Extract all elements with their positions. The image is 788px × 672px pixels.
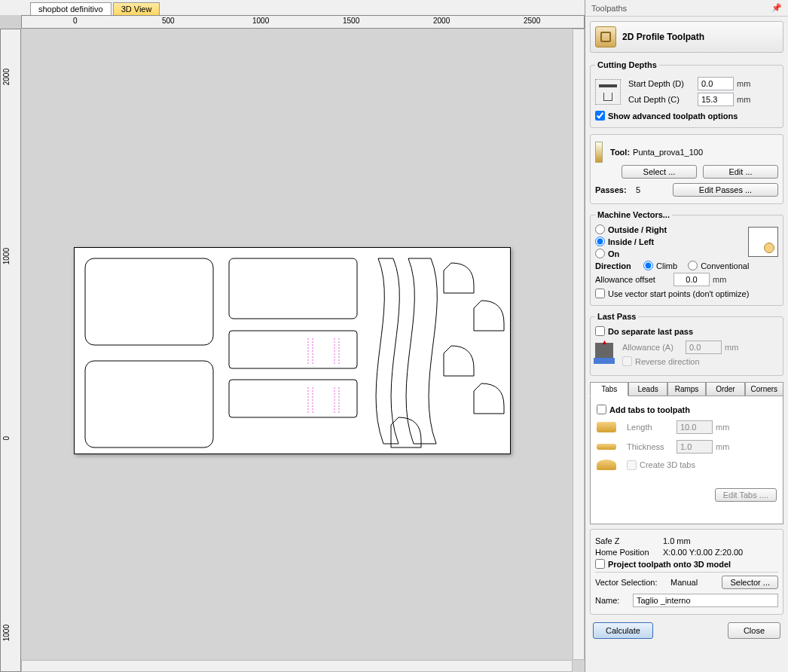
cutting-depths-section: Cutting Depths Start Depth (D) mm Cut De… [590, 60, 783, 128]
project-3d-checkbox[interactable] [595, 559, 605, 569]
svg-rect-0 [85, 258, 213, 345]
edit-tabs-button: Edit Tabs .... [715, 488, 777, 502]
last-pass-section: Last Pass Do separate last pass ▲ Allowa… [590, 312, 783, 376]
close-button[interactable]: Close [728, 622, 780, 639]
scrollbar-horizontal[interactable] [21, 660, 573, 672]
conventional-radio[interactable] [688, 261, 698, 270]
subtab-order[interactable]: Order [706, 382, 744, 396]
toolpath-name-input[interactable] [633, 594, 778, 607]
reverse-direction-label: Reverse direction [635, 357, 700, 366]
lp-allowance-unit: mm [725, 343, 738, 352]
design-viewport: shopbot definitivo 3D View 0 500 1000 15… [0, 0, 585, 672]
tab-length-input [677, 420, 713, 434]
ruler-tick-label: 1000 [252, 17, 269, 25]
tab-design[interactable]: shopbot definitivo [30, 2, 111, 15]
ruler-tick-label: 0 [2, 436, 11, 441]
vector-drawing [75, 248, 512, 455]
start-depth-label: Start Depth (D) [628, 79, 695, 88]
machine-vectors-title: Machine Vectors... [595, 210, 672, 219]
action-buttons: Calculate Close [585, 618, 788, 643]
calculate-button[interactable]: Calculate [593, 622, 653, 639]
cutting-depths-title: Cutting Depths [595, 60, 659, 69]
misc-section: Safe Z 1.0 mm Home Position X:0.00 Y:0.0… [590, 529, 783, 615]
last-pass-icon: ▲ [595, 343, 613, 364]
selector-button[interactable]: Selector ... [722, 576, 778, 589]
outside-radio[interactable] [595, 225, 605, 234]
subtab-tabs[interactable]: Tabs [590, 382, 628, 396]
tab-thickness-label: Thickness [627, 442, 673, 451]
ruler-tick-label: 0 [73, 17, 78, 25]
allowance-offset-input[interactable] [673, 273, 710, 286]
subtab-corners[interactable]: Corners [745, 382, 783, 396]
lp-allowance-input [686, 341, 722, 354]
canvas[interactable] [21, 29, 585, 672]
select-tool-button[interactable]: Select ... [622, 165, 697, 179]
climb-radio[interactable] [643, 261, 653, 270]
tab-thickness-unit: mm [716, 442, 729, 451]
safez-label: Safe Z [595, 536, 660, 545]
tool-section: Tool: Punta_prova1_100 Select ... Edit .… [590, 134, 783, 204]
tab-3d-icon [597, 460, 616, 470]
cut-depth-input[interactable] [698, 93, 734, 106]
svg-rect-2 [229, 258, 357, 319]
profile-toolpath-icon [595, 26, 616, 47]
svg-rect-3 [229, 331, 357, 368]
panel-header: Toolpaths [591, 4, 627, 13]
tool-name: Punta_prova1_100 [633, 148, 703, 157]
allowance-offset-unit: mm [713, 275, 726, 284]
edit-tool-button[interactable]: Edit ... [703, 165, 778, 179]
tab-3d-view[interactable]: 3D View [113, 2, 160, 15]
tab-thickness-icon [597, 444, 616, 450]
tab-length-unit: mm [716, 423, 729, 432]
project-3d-label: Project toolpath onto 3D model [608, 560, 731, 569]
ruler-tick-label: 1500 [343, 17, 359, 25]
subtab-body: Add tabs to toolpath Length mm Thickness… [590, 396, 783, 524]
conventional-label: Conventional [701, 261, 749, 270]
on-radio[interactable] [595, 249, 605, 258]
depth-icon [595, 79, 621, 105]
passes-label: Passes: [595, 185, 633, 194]
inside-radio[interactable] [595, 237, 605, 246]
add-tabs-label: Add tabs to toolpath [609, 405, 690, 414]
safez-value: 1.0 mm [663, 536, 691, 545]
vector-selection-value: Manual [670, 578, 698, 587]
toolpath-title: 2D Profile Toolpath [622, 32, 704, 42]
scrollbar-vertical[interactable] [573, 29, 585, 660]
edit-passes-button[interactable]: Edit Passes ... [673, 183, 778, 197]
toolpaths-panel: Toolpaths 📌 2D Profile Toolpath Cutting … [585, 0, 788, 672]
tab-thickness-input [677, 440, 713, 454]
show-advanced-checkbox[interactable] [595, 111, 605, 121]
allowance-offset-label: Allowance offset [595, 275, 670, 284]
cut-depth-label: Cut Depth (C) [628, 95, 695, 104]
create-3d-tabs-checkbox [627, 460, 637, 470]
last-pass-title: Last Pass [595, 312, 638, 321]
svg-rect-4 [229, 380, 357, 417]
subtab-ramps[interactable]: Ramps [667, 382, 706, 396]
ruler-horizontal: 0 500 1000 1500 2000 2500 [21, 15, 585, 29]
start-depth-unit: mm [737, 79, 750, 88]
tab-length-label: Length [627, 423, 673, 432]
start-depth-input[interactable] [698, 77, 734, 90]
home-position-value: X:0.00 Y:0.00 Z:20.00 [663, 548, 743, 557]
separate-last-pass-checkbox[interactable] [595, 326, 605, 336]
reverse-direction-checkbox [622, 356, 632, 366]
tool-label: Tool: [610, 148, 630, 157]
svg-rect-1 [85, 361, 213, 447]
use-vector-start-checkbox[interactable] [595, 289, 605, 298]
material-sheet [74, 247, 511, 454]
ruler-tick-label: 1000 [2, 248, 11, 264]
climb-label: Climb [656, 261, 677, 270]
ruler-vertical: 2000 1000 0 1000 [0, 29, 21, 672]
show-advanced-label: Show advanced toolpath options [608, 111, 738, 121]
subtab-leads[interactable]: Leads [628, 382, 667, 396]
name-label: Name: [595, 596, 630, 605]
add-tabs-checkbox[interactable] [597, 405, 606, 414]
toolpath-title-row: 2D Profile Toolpath [590, 21, 783, 53]
ruler-tick-label: 2500 [524, 17, 540, 25]
tab-length-icon [597, 422, 616, 432]
pin-icon[interactable]: 📌 [771, 3, 782, 13]
separate-last-pass-label: Do separate last pass [608, 327, 693, 336]
machine-vectors-section: Machine Vectors... Outside / Right Insid… [590, 210, 783, 306]
on-label: On [608, 249, 619, 258]
cut-depth-unit: mm [737, 95, 750, 104]
